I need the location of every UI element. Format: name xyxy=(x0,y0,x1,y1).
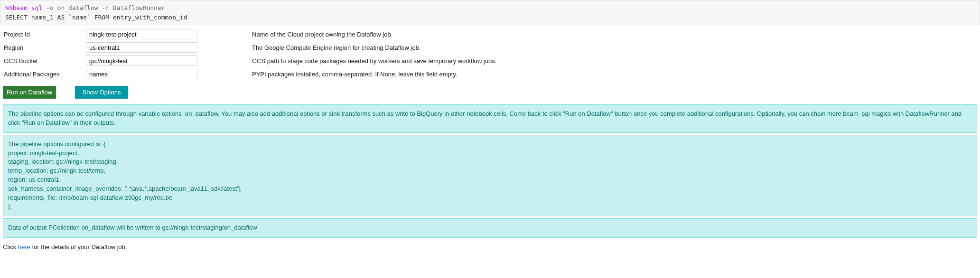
info-pipeline-options: The pipeline options configured is: { pr… xyxy=(3,135,977,217)
label-additional-packages: Additional Packages xyxy=(3,71,86,78)
desc-gcs-bucket: GCS path to stage code packages needed b… xyxy=(197,57,496,65)
info-line: requirements_file: /tmp/beam-sql-dataflo… xyxy=(8,194,972,203)
label-project-id: Project Id xyxy=(3,31,86,38)
desc-project-id: Name of the Cloud project owning the Dat… xyxy=(197,31,392,38)
info-line: The pipeline options configured is: { xyxy=(8,140,972,149)
info-line: }. xyxy=(8,203,972,212)
desc-additional-packages: PYPI packages installed, comma-separated… xyxy=(197,71,457,78)
info-output-pcollection: Data of output PCollection on_dataflow w… xyxy=(3,218,977,238)
input-project-id[interactable] xyxy=(86,29,197,39)
info-line: region: us-central1, xyxy=(8,176,972,185)
footer-suffix: for the details of your Dataflow job. xyxy=(30,243,127,250)
code-cell[interactable]: %%beam_sql -o on_dataflow -r DataflowRun… xyxy=(0,0,980,25)
code-flags: -o on_dataflow -r DataflowRunner xyxy=(46,4,165,11)
code-sql: SELECT name_1 AS `name` FROM entry_with_… xyxy=(5,14,187,21)
info-line: project: ningk-test-project, xyxy=(8,149,972,158)
footer-link[interactable]: here xyxy=(18,243,30,250)
input-additional-packages[interactable] xyxy=(86,69,197,79)
label-gcs-bucket: GCS Bucket xyxy=(3,57,86,65)
footer-prefix: Click xyxy=(3,243,18,250)
info-line: sdk_harness_container_image_overrides: [… xyxy=(8,185,972,194)
input-region[interactable] xyxy=(86,42,197,53)
show-options-button[interactable]: Show Options xyxy=(75,86,128,99)
run-on-dataflow-button[interactable]: Run on Dataflow xyxy=(3,86,56,99)
form-row-project-id: Project Id Name of the Cloud project own… xyxy=(3,29,977,39)
form-row-additional-packages: Additional Packages PYPI packages instal… xyxy=(3,69,977,79)
info-configure-options: The pipeline options can be configured t… xyxy=(3,104,977,133)
form-area: Project Id Name of the Cloud project own… xyxy=(0,25,980,84)
code-magic: %%beam_sql xyxy=(5,4,42,11)
form-row-region: Region The Google Compute Engine region … xyxy=(3,42,977,53)
input-gcs-bucket[interactable] xyxy=(86,56,197,66)
desc-region: The Google Compute Engine region for cre… xyxy=(197,44,421,51)
info-line: staging_location: gs://ningk-test/stagin… xyxy=(8,158,972,167)
label-region: Region xyxy=(3,44,86,51)
info-line: temp_location: gs://ningk-test/temp, xyxy=(8,167,972,176)
footer-line: Click here for the details of your Dataf… xyxy=(0,240,980,252)
form-row-gcs-bucket: GCS Bucket GCS path to stage code packag… xyxy=(3,56,977,66)
button-row: Run on Dataflow Show Options xyxy=(0,84,980,102)
